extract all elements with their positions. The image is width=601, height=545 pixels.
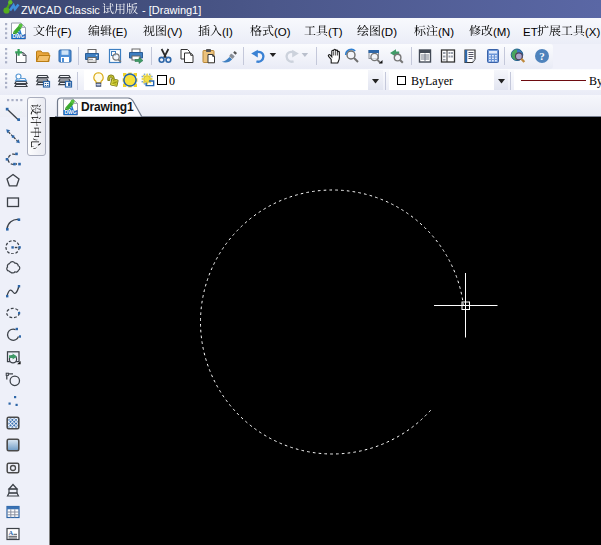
svg-text:DWG: DWG: [64, 109, 76, 115]
svg-text:?: ?: [539, 50, 545, 62]
svg-text:A: A: [8, 529, 13, 536]
svg-text:DWG: DWG: [12, 33, 24, 39]
